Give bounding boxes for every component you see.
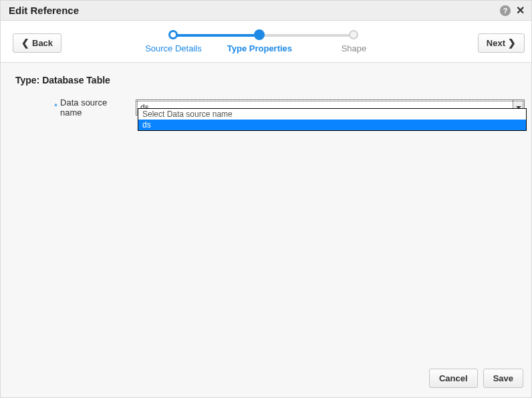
step-label-shape: Shape: [313, 43, 394, 53]
back-button[interactable]: ❮ Back: [13, 33, 61, 53]
chevron-right-icon: ❯: [508, 38, 516, 47]
cancel-button[interactable]: Cancel: [429, 369, 478, 388]
help-icon[interactable]: ?: [500, 5, 511, 16]
step-node-shape: [349, 30, 358, 39]
edit-reference-dialog: Edit Reference ? ✕ ❮ Back Source Details…: [0, 0, 532, 398]
wizard-navbar: ❮ Back Source Details Type Properties Sh…: [1, 21, 531, 63]
header-actions: ? ✕: [500, 5, 525, 16]
type-label: Type:: [15, 75, 39, 85]
type-value: Database Table: [42, 75, 110, 85]
step-node-source-details[interactable]: [168, 30, 178, 39]
data-source-name-dropdown: Select Data source name ds: [138, 108, 527, 131]
step-label-source-details[interactable]: Source Details: [133, 43, 213, 53]
wizard-train: Source Details Type Properties Shape: [159, 29, 380, 57]
data-source-name-label: Data source name: [60, 97, 129, 118]
step-label-type-properties: Type Properties: [219, 43, 299, 53]
dropdown-prompt: Select Data source name: [138, 109, 526, 120]
wizard-track-done: [172, 34, 259, 37]
type-line: Type: Database Table: [15, 75, 525, 85]
close-icon[interactable]: ✕: [516, 5, 525, 16]
wizard-body: Type: Database Table * Data source name …: [1, 63, 531, 361]
dialog-footer: Cancel Save: [1, 361, 531, 397]
dialog-header: Edit Reference ? ✕: [1, 1, 531, 21]
dialog-title: Edit Reference: [9, 5, 79, 16]
next-button-label: Next: [487, 38, 505, 48]
back-button-label: Back: [32, 38, 53, 48]
step-node-type-properties[interactable]: [254, 29, 265, 40]
wizard-steps: Source Details Type Properties Shape: [61, 29, 478, 57]
wizard-track-remaining: [259, 34, 353, 37]
chevron-left-icon: ❮: [21, 38, 29, 47]
required-indicator: *: [54, 102, 57, 112]
dropdown-option-ds[interactable]: ds: [138, 120, 526, 130]
next-button[interactable]: Next ❯: [478, 33, 525, 53]
save-button[interactable]: Save: [483, 369, 523, 388]
